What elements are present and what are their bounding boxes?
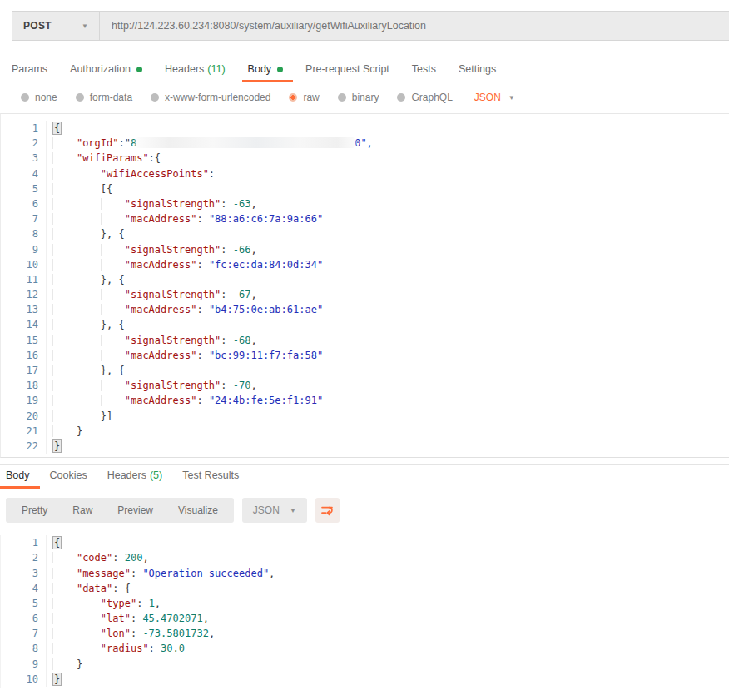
response-tab-body[interactable]: Body <box>6 469 30 489</box>
gutter-separator <box>38 242 47 257</box>
wrap-text-button[interactable] <box>315 498 340 523</box>
body-type-form-data[interactable]: form-data <box>76 92 132 103</box>
code-line[interactable]: 13 "macAddress": "b4:75:0e:ab:61:ae" <box>1 302 729 317</box>
view-mode-raw[interactable]: Raw <box>60 498 105 523</box>
radio-label: binary <box>352 92 379 103</box>
tab-count-badge: (5) <box>150 469 162 481</box>
line-number: 22 <box>1 439 38 454</box>
line-number: 6 <box>1 611 38 626</box>
view-mode-visualize[interactable]: Visualize <box>166 498 231 523</box>
text-wrap-icon <box>320 504 334 517</box>
gutter-separator <box>38 226 47 241</box>
tab-label: Pre-request Script <box>305 63 389 75</box>
code-text: "data": { <box>47 581 131 596</box>
code-text: "macAddress": "88:a6:c6:7a:9a:66" <box>47 211 323 226</box>
gutter-separator <box>38 196 47 211</box>
code-line[interactable]: 12 "signalStrength": -67, <box>1 287 729 302</box>
tab-label: Headers <box>107 469 146 481</box>
line-number: 15 <box>1 333 38 348</box>
tab-label: Settings <box>459 63 496 75</box>
code-line[interactable]: 19 "macAddress": "24:4b:fe:5e:f1:91" <box>1 393 729 408</box>
body-type-graphql[interactable]: GraphQL <box>397 92 452 103</box>
body-type-none[interactable]: none <box>21 92 57 103</box>
line-number: 10 <box>1 672 38 687</box>
code-line[interactable]: 4 "wifiAccessPoints": <box>1 166 729 181</box>
code-text: "wifiParams":{ <box>47 151 161 166</box>
code-line[interactable]: 16 "macAddress": "bc:99:11:f7:fa:58" <box>1 348 729 363</box>
response-language-label: JSON <box>253 504 280 516</box>
body-type-binary[interactable]: binary <box>338 92 379 103</box>
response-body-viewer: 1{2 "code": 200,3 "message": "Operation … <box>0 535 729 688</box>
response-tab-headers[interactable]: Headers(5) <box>107 469 163 489</box>
tab-pre-request-script[interactable]: Pre-request Script <box>305 63 389 82</box>
line-number: 6 <box>1 196 38 211</box>
code-text: "lat": 45.4702071, <box>47 611 209 626</box>
radio-label: x-www-form-urlencoded <box>165 92 270 103</box>
line-number: 2 <box>1 550 38 565</box>
line-number: 20 <box>1 409 38 424</box>
code-line[interactable]: 7 "macAddress": "88:a6:c6:7a:9a:66" <box>1 211 729 226</box>
radio-icon <box>397 93 405 102</box>
response-language-select[interactable]: JSON ▼ <box>242 498 307 523</box>
response-tab-cookies[interactable]: Cookies <box>50 469 87 489</box>
code-line[interactable]: 9 "signalStrength": -66, <box>1 242 729 257</box>
code-text: "signalStrength": -68, <box>47 333 257 348</box>
code-line[interactable]: 18 "signalStrength": -70, <box>1 378 729 393</box>
code-line[interactable]: 11 }, { <box>1 272 729 287</box>
code-line[interactable]: 2 "orgId":"80", <box>1 136 729 151</box>
body-type-raw[interactable]: raw <box>289 92 319 103</box>
gutter-separator <box>38 121 47 136</box>
line-number: 4 <box>1 166 38 181</box>
code-line[interactable]: 14 }, { <box>1 317 729 332</box>
chevron-down-icon: ▼ <box>82 22 88 30</box>
gutter-separator <box>38 302 47 317</box>
code-line[interactable]: 10 "macAddress": "fc:ec:da:84:0d:34" <box>1 257 729 272</box>
code-line[interactable]: 1{ <box>1 121 729 136</box>
request-body-editor[interactable]: 1{2 "orgId":"80",3 "wifiParams":{4 "wifi… <box>0 113 729 458</box>
redacted-value <box>136 137 355 148</box>
response-view-mode-group: PrettyRawPreviewVisualize <box>6 498 234 523</box>
gutter-separator <box>38 257 47 272</box>
tab-label: Authorization <box>70 63 131 75</box>
tab-tests[interactable]: Tests <box>412 63 436 82</box>
code-line[interactable]: 17 }, { <box>1 363 729 378</box>
line-number: 12 <box>1 287 38 302</box>
url-input[interactable]: http://124.223.60.234:8080/system/auxili… <box>100 11 729 41</box>
tab-params[interactable]: Params <box>12 63 47 82</box>
gutter-separator <box>38 272 47 287</box>
code-line[interactable]: 21 } <box>1 424 729 439</box>
tab-settings[interactable]: Settings <box>459 63 496 82</box>
code-line[interactable]: 8 }, { <box>1 226 729 241</box>
body-language-select[interactable]: JSON▼ <box>474 92 515 103</box>
gutter-separator <box>38 550 47 565</box>
tab-authorization[interactable]: Authorization <box>70 63 142 82</box>
code-text: "signalStrength": -66, <box>47 242 257 257</box>
gutter-separator <box>38 166 47 181</box>
code-line[interactable]: 22} <box>1 439 729 454</box>
gutter-separator <box>38 626 47 641</box>
method-select[interactable]: POST ▼ <box>12 11 100 41</box>
code-line[interactable]: 5 [{ <box>1 181 729 196</box>
code-text: }] <box>47 409 112 424</box>
tab-label: Params <box>12 63 47 75</box>
tab-headers[interactable]: Headers(11) <box>165 63 226 82</box>
tab-label: Tests <box>412 63 436 75</box>
green-dot-icon <box>277 67 283 72</box>
code-line[interactable]: 15 "signalStrength": -68, <box>1 333 729 348</box>
tab-body[interactable]: Body <box>248 63 284 82</box>
code-line[interactable]: 20 }] <box>1 409 729 424</box>
view-mode-preview[interactable]: Preview <box>105 498 166 523</box>
code-line[interactable]: 3 "wifiParams":{ <box>1 151 729 166</box>
response-tabs: BodyCookiesHeaders(5)Test Results <box>6 469 729 489</box>
radio-icon <box>289 93 297 102</box>
response-tab-test-results[interactable]: Test Results <box>182 469 239 489</box>
line-number: 18 <box>1 378 38 393</box>
code-line[interactable]: 6 "signalStrength": -63, <box>1 196 729 211</box>
tab-label: Body <box>6 469 30 481</box>
tab-count-badge: (11) <box>207 63 225 75</box>
gutter-separator <box>38 611 47 626</box>
view-mode-pretty[interactable]: Pretty <box>9 498 60 523</box>
body-type-x-www-form-urlencoded[interactable]: x-www-form-urlencoded <box>151 92 270 103</box>
body-type-row: noneform-datax-www-form-urlencodedrawbin… <box>21 92 729 103</box>
code-text: "type": 1, <box>47 596 161 611</box>
